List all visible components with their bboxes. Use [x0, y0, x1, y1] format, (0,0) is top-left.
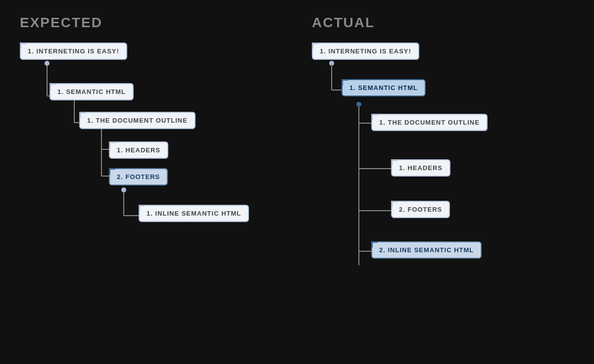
expected-node-4: 1. HEADERS [109, 141, 168, 159]
svg-point-8 [121, 187, 126, 192]
actual-box-2: 1. SEMANTIC HTML [342, 79, 426, 96]
main-container: EXPECTED [20, 15, 574, 319]
svg-point-17 [356, 102, 361, 107]
expected-node-3: 1. THE DOCUMENT OUTLINE [79, 112, 196, 129]
actual-box-5: 2. FOOTERS [391, 201, 450, 218]
actual-tree-wrapper: 1. INTERNETING IS EASY! 1. SEMANTIC HTML… [312, 43, 574, 319]
actual-node-2: 1. SEMANTIC HTML [342, 79, 426, 96]
actual-node-1: 1. INTERNETING IS EASY! [312, 43, 419, 60]
actual-node-3: 1. THE DOCUMENT OUTLINE [371, 114, 488, 131]
expected-tree-wrapper: 1. INTERNETING IS EASY! 1. SEMANTIC HTML… [20, 43, 282, 319]
actual-node-6: 2. INLINE SEMANTIC HTML [371, 241, 482, 259]
expected-node-1: 1. INTERNETING IS EASY! [20, 43, 127, 60]
expected-box-2: 1. SEMANTIC HTML [50, 83, 134, 100]
actual-node-4: 1. HEADERS [391, 159, 450, 177]
actual-panel: ACTUAL [312, 15, 574, 319]
actual-box-1: 1. INTERNETING IS EASY! [312, 43, 419, 60]
svg-point-11 [45, 61, 50, 66]
expected-node-5: 2. FOOTERS [109, 168, 168, 185]
svg-point-14 [329, 61, 334, 66]
expected-box-5: 2. FOOTERS [109, 168, 168, 185]
expected-title: EXPECTED [20, 15, 282, 31]
actual-title: ACTUAL [312, 15, 574, 31]
expected-box-6: 1. INLINE SEMANTIC HTML [139, 205, 249, 222]
expected-box-3: 1. THE DOCUMENT OUTLINE [79, 112, 196, 129]
expected-node-6: 1. INLINE SEMANTIC HTML [139, 205, 249, 222]
actual-node-5: 2. FOOTERS [391, 201, 450, 218]
actual-box-4: 1. HEADERS [391, 159, 450, 177]
actual-box-3: 1. THE DOCUMENT OUTLINE [371, 114, 488, 131]
expected-box-1: 1. INTERNETING IS EASY! [20, 43, 127, 60]
expected-box-4: 1. HEADERS [109, 141, 168, 159]
expected-node-2: 1. SEMANTIC HTML [50, 83, 134, 100]
actual-box-6: 2. INLINE SEMANTIC HTML [371, 241, 482, 259]
expected-panel: EXPECTED [20, 15, 282, 319]
